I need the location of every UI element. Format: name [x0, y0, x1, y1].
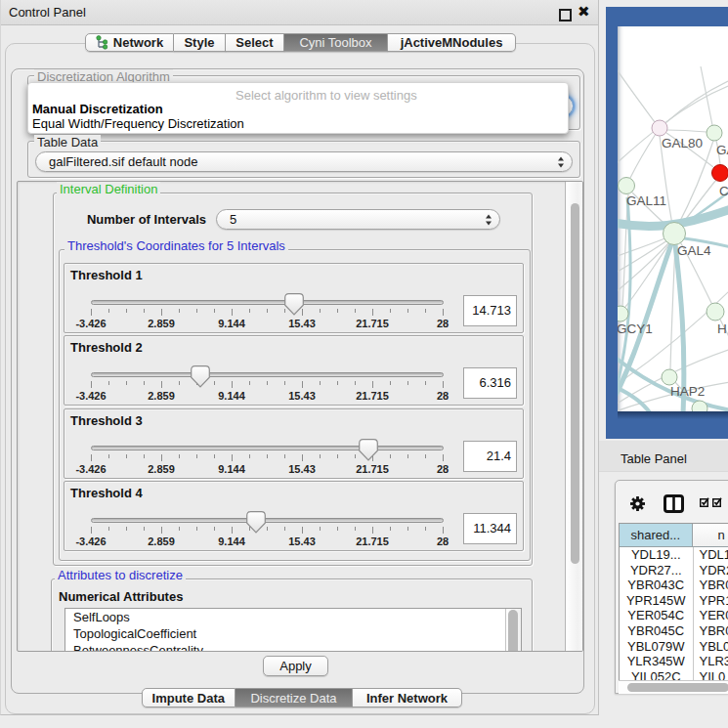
slider-tick: [214, 381, 215, 385]
float-window-icon[interactable]: [559, 9, 572, 21]
table-cell[interactable]: YBL0: [693, 639, 728, 655]
table-cell[interactable]: YBR043C: [620, 578, 693, 593]
slider-tick: [161, 454, 162, 461]
slider-track[interactable]: [91, 446, 444, 450]
node-attribute-table[interactable]: shared...nYDL19...YDR27...YBR043CYPR145W…: [619, 523, 728, 681]
network-node-gal80[interactable]: [652, 120, 667, 136]
slider-thumb[interactable]: [359, 439, 378, 461]
slider-tick: [161, 381, 162, 388]
slider-tick: [407, 454, 408, 458]
slider-tick-label: 9.144: [218, 463, 245, 475]
table-cell[interactable]: YDR27...: [620, 563, 693, 578]
table-cell[interactable]: YPR1: [693, 593, 728, 609]
slider-tick-label: -3.426: [75, 390, 106, 402]
table-cell[interactable]: YBR0: [693, 623, 728, 639]
network-node-ga[interactable]: [707, 125, 722, 141]
checkbox-icon[interactable]: [700, 497, 709, 507]
threshold-value-field[interactable]: 14.713: [463, 295, 517, 326]
table-cell[interactable]: YPR145W: [620, 593, 693, 609]
table-cell[interactable]: YBR045C: [620, 623, 693, 639]
slider-thumb[interactable]: [246, 511, 266, 534]
slider-tick-label: -3.426: [75, 318, 106, 329]
close-icon[interactable]: ✖: [578, 3, 590, 21]
network-icon: [96, 35, 108, 50]
slider-tick: [320, 527, 321, 531]
table-cell[interactable]: YBR0: [693, 578, 728, 593]
slider-track[interactable]: [91, 518, 444, 523]
split-columns-icon[interactable]: [664, 494, 684, 513]
slider-tick-label: 21.715: [356, 318, 389, 329]
threshold-value-field[interactable]: 6.316: [463, 367, 517, 399]
apply-button[interactable]: Apply: [263, 656, 328, 676]
table-cell[interactable]: YDL19...: [620, 547, 693, 563]
tab-infer-network[interactable]: Infer Network: [353, 688, 462, 707]
algorithm-popup-item-equal-width[interactable]: Equal Width/Frequency Discretization: [32, 116, 244, 131]
slider-tick: [126, 381, 127, 385]
slider-tick: [390, 381, 391, 385]
table-column-header-1[interactable]: shared...: [620, 524, 693, 547]
slider-track[interactable]: [91, 300, 444, 305]
control-panel-window: Control Panel ✖ NetworkStyleSelectCyni T…: [0, 0, 599, 715]
tab-impute-data[interactable]: Impute Data: [142, 688, 236, 707]
slider-tick-label: 9.144: [218, 535, 245, 547]
slider-tick: [196, 309, 197, 313]
list-item[interactable]: SelfLoops: [65, 609, 521, 625]
checkbox-icon[interactable]: [712, 497, 722, 507]
slider-tick: [337, 309, 338, 313]
control-panel-tab-bar: NetworkStyleSelectCyni ToolboxjActiveMNo…: [1, 33, 598, 52]
node-label-gal4: GAL4: [677, 243, 711, 258]
network-node-c[interactable]: [712, 165, 728, 182]
network-node-h[interactable]: [707, 303, 724, 321]
slider-tick: [161, 309, 162, 316]
tab-cyni-toolbox[interactable]: Cyni Toolbox: [284, 33, 388, 52]
network-node-gal11[interactable]: [619, 178, 635, 194]
scrollbar-thumb[interactable]: [508, 610, 518, 652]
slider-tick-label: 28: [437, 535, 449, 547]
tab-discretize-data[interactable]: Discretize Data: [236, 688, 353, 707]
threshold-label: Threshold 4: [70, 486, 143, 500]
network-node-gcy1[interactable]: [618, 306, 628, 321]
numerical-attributes-list[interactable]: SelfLoopsTopologicalCoefficientBetweenne…: [64, 608, 522, 652]
table-cell[interactable]: YER0: [693, 608, 728, 623]
network-node-n9[interactable]: [692, 401, 707, 411]
tab-label: Cyni Toolbox: [299, 35, 371, 50]
network-node-hap2[interactable]: [662, 369, 677, 385]
slider-thumb[interactable]: [191, 365, 210, 388]
slider-tick: [267, 454, 268, 458]
tab-network[interactable]: Network: [85, 33, 174, 52]
slider-track[interactable]: [91, 372, 444, 377]
slider-tick: [214, 527, 215, 531]
table-horizontal-scrollbar[interactable]: [619, 680, 728, 694]
network-node-gal4[interactable]: [664, 223, 686, 245]
table-cell[interactable]: YBL079W: [620, 639, 693, 655]
table-cell[interactable]: YDR2: [693, 563, 728, 578]
settings-scroll-pane: Interval DefinitionNumber of Intervals5T…: [17, 181, 583, 652]
table-cell[interactable]: YDL1: [693, 547, 728, 563]
tab-style[interactable]: Style: [174, 33, 226, 52]
threshold-value-field[interactable]: 21.4: [463, 441, 517, 472]
network-canvas[interactable]: GAL80GACGAL11GAL4HGCY1HAP2: [618, 26, 728, 411]
table-cell[interactable]: YLR345W: [620, 654, 693, 669]
scrollbar-thumb[interactable]: [627, 683, 728, 692]
tab-label: Impute Data: [152, 691, 225, 706]
slider-tick: [355, 309, 356, 313]
slider-thumb[interactable]: [284, 293, 304, 316]
slider-tick: [372, 381, 373, 388]
table-data-combo-value: galFiltered.sif default node: [36, 154, 550, 169]
slider-tick-label: 2.859: [148, 390, 175, 402]
slider-tick-label: 21.715: [356, 463, 389, 475]
table-column-header-2[interactable]: n: [693, 524, 728, 547]
panel-scrollbar-thumb[interactable]: [571, 203, 579, 564]
tab-select[interactable]: Select: [226, 33, 284, 52]
number-of-intervals-combo[interactable]: 5: [216, 209, 500, 230]
threshold-value-field[interactable]: 11.344: [463, 513, 517, 544]
list-item[interactable]: BetweennessCentrality: [65, 642, 521, 652]
table-cell[interactable]: YER054C: [620, 608, 693, 623]
list-item[interactable]: TopologicalCoefficient: [65, 625, 521, 642]
table-data-combo[interactable]: galFiltered.sif default node: [35, 151, 573, 172]
algorithm-popup-item-manual-discretization[interactable]: Manual Discretization: [32, 102, 163, 116]
gear-icon[interactable]: [629, 495, 646, 512]
slider-tick: [337, 527, 338, 531]
tab-jactivemnodules[interactable]: jActiveMNodules: [388, 33, 516, 52]
table-cell[interactable]: YLR3: [693, 654, 728, 669]
